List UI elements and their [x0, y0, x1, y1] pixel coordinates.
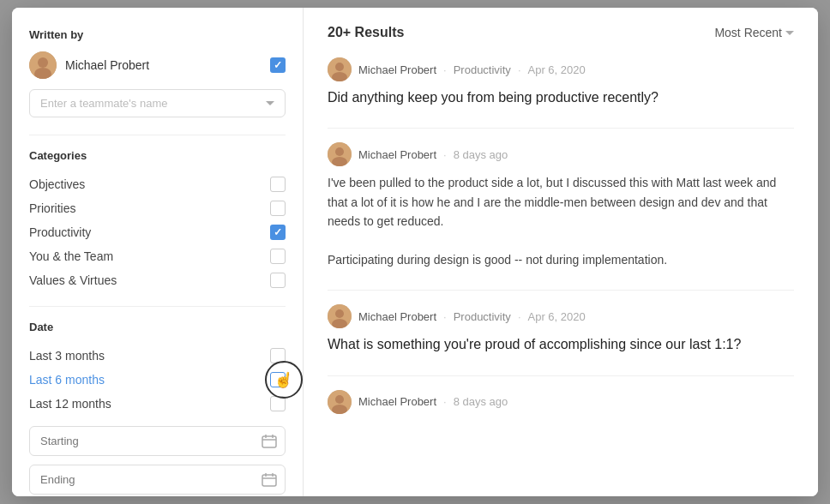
result-card-2: Michael Probert · 8 days ago I've been p…: [328, 142, 794, 269]
result-body-2: I've been pulled to the product side a l…: [328, 173, 794, 269]
result-card-4: Michael Probert · 8 days ago: [328, 390, 794, 414]
result-author-4: Michael Probert: [358, 395, 436, 408]
category-row-priorities: Priorities: [29, 196, 286, 220]
result-question-3: What is something you're proud of accomp…: [328, 335, 794, 354]
sort-label: Most Recent: [714, 26, 782, 39]
right-panel: 20+ Results Most Recent Mic: [304, 8, 818, 496]
result-author-3: Michael Probert: [358, 310, 436, 323]
result-question-1: Did anything keep you from being product…: [328, 88, 794, 107]
ending-date-input[interactable]: [29, 465, 286, 495]
categories-list: Objectives Priorities Productivity You &…: [29, 172, 286, 292]
result-author-2: Michael Probert: [358, 148, 436, 161]
result-category-3: Productivity: [454, 310, 511, 323]
svg-point-21: [335, 395, 344, 404]
result-avatar-4: [328, 390, 352, 414]
category-checkbox-priorities[interactable]: [270, 201, 286, 216]
result-meta-3: Michael Probert · Productivity · Apr 6, …: [328, 304, 794, 328]
sort-chevron-icon: [785, 31, 794, 35]
result-card-3: Michael Probert · Productivity · Apr 6, …: [328, 304, 794, 354]
date-option-12months[interactable]: Last 12 months: [29, 392, 286, 416]
teammate-placeholder: Enter a teammate's name: [40, 97, 167, 110]
category-label-priorities: Priorities: [29, 201, 75, 215]
result-date-3: Apr 6, 2020: [528, 310, 586, 323]
category-label-productivity: Productivity: [29, 225, 91, 239]
svg-point-1: [38, 57, 48, 68]
teammate-dropdown-icon: [266, 101, 274, 105]
teammate-input[interactable]: Enter a teammate's name: [29, 89, 286, 117]
date-option-12months-label: Last 12 months: [29, 397, 111, 411]
results-count: 20+ Results: [328, 25, 404, 40]
date-checkbox-3months[interactable]: [270, 348, 286, 363]
category-checkbox-objectives[interactable]: [270, 177, 286, 192]
result-time-2: 8 days ago: [454, 148, 508, 161]
result-avatar-1: [328, 57, 352, 81]
results-header: 20+ Results Most Recent: [328, 25, 794, 40]
author-avatar: [29, 51, 57, 79]
date-label: Date: [29, 321, 286, 333]
author-checkbox[interactable]: [270, 57, 286, 73]
divider-1: [29, 135, 286, 135]
sort-dropdown[interactable]: Most Recent: [714, 26, 794, 39]
svg-point-12: [335, 63, 344, 71]
divider-result-3: [328, 375, 794, 376]
author-row: Michael Probert: [29, 51, 286, 79]
svg-point-15: [335, 147, 344, 156]
category-row-objectives: Objectives: [29, 172, 286, 196]
category-label-values: Values & Virtues: [29, 273, 117, 287]
written-by-label: Written by: [29, 28, 286, 41]
result-meta-4: Michael Probert · 8 days ago: [328, 390, 794, 414]
categories-label: Categories: [29, 149, 286, 162]
result-date-1: Apr 6, 2020: [528, 63, 586, 76]
result-category-1: Productivity: [454, 63, 511, 76]
result-author-1: Michael Probert: [358, 63, 436, 76]
starting-calendar-icon: [262, 434, 277, 449]
search-modal: Written by Michael Probert Enter a teamm…: [12, 8, 818, 496]
svg-rect-3: [262, 436, 276, 447]
ending-date-row: [29, 465, 286, 495]
svg-point-18: [335, 309, 344, 318]
category-label-you-team: You & the Team: [29, 249, 113, 263]
result-meta-2: Michael Probert · 8 days ago: [328, 142, 794, 166]
divider-2: [29, 306, 286, 307]
result-meta-1: Michael Probert · Productivity · Apr 6, …: [328, 57, 794, 81]
category-row-values: Values & Virtues: [29, 268, 286, 292]
result-avatar-3: [328, 304, 352, 328]
starting-date-row: [29, 426, 286, 456]
ending-calendar-icon: [262, 472, 277, 488]
svg-rect-7: [262, 475, 276, 486]
result-avatar-2: [328, 142, 352, 166]
result-time-4: 8 days ago: [454, 395, 508, 408]
divider-result-2: [328, 290, 794, 291]
left-panel: Written by Michael Probert Enter a teamm…: [12, 8, 304, 496]
date-option-3months-label: Last 3 months: [29, 349, 105, 363]
date-checkbox-12months[interactable]: [270, 396, 286, 411]
category-checkbox-productivity[interactable]: [270, 225, 286, 240]
category-checkbox-you-team[interactable]: [270, 249, 286, 264]
date-option-6months[interactable]: Last 6 months ☝: [29, 368, 286, 392]
divider-result-1: [328, 128, 794, 129]
date-checkbox-6months[interactable]: [270, 372, 286, 387]
category-checkbox-values[interactable]: [270, 273, 286, 288]
category-row-productivity: Productivity: [29, 220, 286, 244]
starting-date-input[interactable]: [29, 426, 286, 456]
category-label-objectives: Objectives: [29, 177, 85, 191]
author-name: Michael Probert: [65, 58, 262, 72]
result-card-1: Michael Probert · Productivity · Apr 6, …: [328, 57, 794, 107]
date-option-3months[interactable]: Last 3 months: [29, 344, 286, 368]
category-row-you-team: You & the Team: [29, 244, 286, 268]
date-option-6months-label: Last 6 months: [29, 373, 105, 387]
